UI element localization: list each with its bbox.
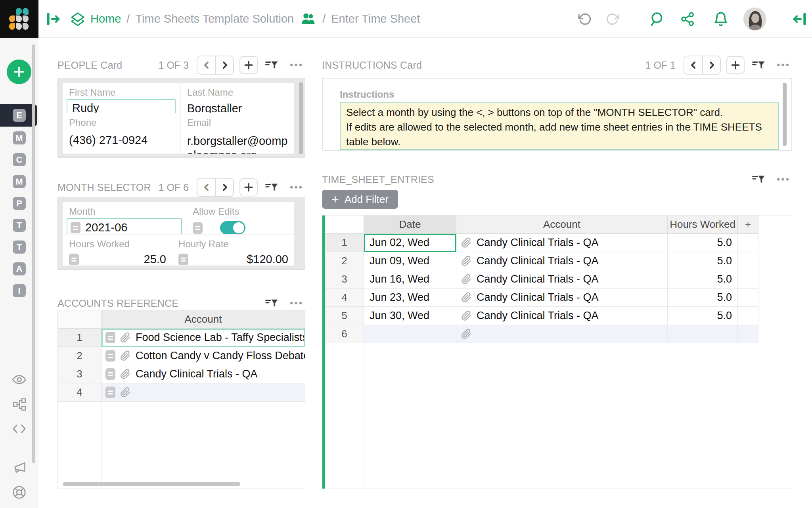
open-panel-icon[interactable] (44, 10, 63, 28)
row-number[interactable]: 3 (325, 270, 364, 289)
sidebar-item-a[interactable]: A (13, 262, 26, 275)
instructions-more-menu[interactable]: ••• (775, 56, 792, 74)
accounts-filter-icon[interactable] (263, 294, 280, 312)
time-sheet-entries-table: Date Account Hours Worked + 1 Jun 02, We… (322, 215, 792, 489)
instructions-scrollbar[interactable] (783, 83, 787, 146)
accounts-more-menu[interactable]: ••• (288, 294, 305, 312)
search-icon[interactable] (647, 10, 666, 28)
user-avatar[interactable] (743, 8, 766, 31)
account-column-header[interactable]: Account (456, 216, 668, 234)
notifications-bell-icon[interactable] (712, 10, 730, 28)
month-input[interactable]: 2021-06 (67, 218, 182, 235)
sidebar-scrollbar[interactable] (32, 44, 35, 463)
row-number[interactable]: 1 (325, 234, 364, 252)
sidebar-item-enter-time-sheet[interactable]: E (13, 109, 26, 122)
row-number[interactable]: 5 (325, 307, 364, 325)
account-cell[interactable]: Candy Clinical Trials - QA (456, 289, 668, 307)
honeycode-logo[interactable] (0, 0, 38, 38)
hours-cell[interactable]: 5.0 (668, 252, 738, 270)
row-number[interactable]: 6 (325, 325, 364, 343)
account-cell[interactable]: Candy Clinical Trials - QA (456, 270, 668, 289)
row-number[interactable]: 4 (325, 289, 364, 307)
account-cell[interactable]: Food Science Lab - Taffy Specialists - (102, 329, 305, 347)
month-prev-record-button[interactable] (197, 179, 215, 196)
sidebar-item-i[interactable]: I (13, 284, 26, 297)
account-cell[interactable]: Cotton Candy v Candy Floss Debate T (102, 347, 305, 365)
month-filter-icon[interactable] (263, 179, 280, 196)
hours-cell[interactable]: 5.0 (668, 307, 738, 325)
instructions-prev-record-button[interactable] (684, 56, 702, 74)
date-cell[interactable]: Jun 30, Wed (364, 307, 456, 325)
people-add-record-button[interactable] (239, 56, 258, 74)
hours-cell-empty[interactable] (668, 325, 738, 343)
redo-icon[interactable] (604, 10, 621, 28)
phone-cell[interactable]: Phone (436) 271-0924 (63, 113, 181, 154)
preview-eye-icon[interactable] (12, 372, 27, 387)
add-column-button[interactable]: + (738, 216, 758, 234)
instructions-text-box[interactable]: Select a month by using the <, > buttons… (340, 102, 779, 150)
builder-code-icon[interactable] (12, 421, 27, 436)
accounts-column-header[interactable]: Account (102, 310, 305, 329)
account-cell[interactable]: Candy Clinical Trials - QA (456, 252, 668, 270)
row-number[interactable]: 2 (325, 252, 364, 270)
row-number[interactable]: 4 (58, 383, 102, 402)
account-cell-empty[interactable] (102, 383, 305, 402)
account-cell[interactable]: Candy Clinical Trials - QA (456, 307, 668, 325)
breadcrumb-solution[interactable]: Time Sheets Template Solution (135, 12, 294, 25)
date-cell[interactable]: Jun 16, Wed (364, 270, 456, 289)
row-number[interactable]: 1 (58, 329, 102, 347)
date-column-header[interactable]: Date (364, 216, 456, 234)
accounts-horizontal-scrollbar[interactable] (63, 482, 240, 486)
sidebar-item-t1[interactable]: T (13, 219, 26, 232)
add-filter-button[interactable]: + Add Filter (322, 190, 398, 209)
date-cell[interactable]: Jun 02, Wed (364, 234, 456, 252)
hours-cell[interactable]: 5.0 (668, 289, 738, 307)
sidebar-item-c[interactable]: C (13, 153, 26, 166)
first-name-input[interactable]: Rudy (67, 99, 176, 113)
people-prev-record-button[interactable] (197, 56, 215, 74)
account-cell[interactable]: Candy Clinical Trials - QA (456, 234, 668, 252)
hours-worked-cell[interactable]: Hours Worked 25.0 (63, 235, 172, 266)
help-lifebuoy-icon[interactable] (12, 485, 27, 500)
share-icon[interactable] (678, 10, 697, 28)
announcements-megaphone-icon[interactable] (12, 460, 27, 475)
date-cell[interactable]: Jun 09, Wed (364, 252, 456, 270)
account-cell[interactable]: Candy Clinical Trials - QA (102, 365, 305, 383)
extra-cell (738, 325, 758, 343)
date-cell-empty[interactable] (364, 325, 456, 343)
account-cell-empty[interactable] (456, 325, 668, 343)
collapse-panel-icon[interactable] (790, 10, 808, 28)
row-number[interactable]: 3 (58, 365, 102, 383)
row-number[interactable]: 2 (58, 347, 102, 365)
time-sheet-filter-icon[interactable] (750, 171, 767, 188)
people-card-scrollbar[interactable] (299, 82, 303, 154)
screens-layers-icon[interactable] (69, 10, 86, 28)
allow-edits-toggle[interactable] (220, 221, 245, 235)
people-filter-icon[interactable] (263, 56, 280, 74)
date-cell[interactable]: Jun 23, Wed (364, 289, 456, 307)
last-name-cell[interactable]: Last Name Borgstaller (181, 83, 294, 113)
email-cell[interactable]: Email r.borgstaller@oompaloompas.org (181, 113, 294, 154)
hourly-rate-cell[interactable]: Hourly Rate $120.00 (172, 235, 294, 266)
workbook-people-icon[interactable] (300, 12, 317, 27)
automations-flow-icon[interactable] (12, 397, 27, 412)
sidebar-item-t2[interactable]: T (13, 241, 26, 254)
month-next-record-button[interactable] (215, 179, 233, 196)
breadcrumb-home-link[interactable]: Home (90, 12, 121, 25)
hours-column-header[interactable]: Hours Worked (668, 216, 738, 234)
sidebar-item-m1[interactable]: M (13, 131, 26, 144)
instructions-filter-icon[interactable] (750, 56, 767, 74)
undo-icon[interactable] (576, 10, 594, 28)
add-object-button[interactable] (7, 60, 31, 84)
month-more-menu[interactable]: ••• (288, 179, 305, 196)
people-next-record-button[interactable] (215, 56, 233, 74)
hours-cell[interactable]: 5.0 (668, 234, 738, 252)
hours-cell[interactable]: 5.0 (668, 270, 738, 289)
instructions-add-record-button[interactable] (726, 56, 745, 74)
month-add-record-button[interactable] (239, 178, 258, 196)
instructions-next-record-button[interactable] (702, 56, 720, 74)
time-sheet-more-menu[interactable]: ••• (775, 171, 792, 188)
people-more-menu[interactable]: ••• (288, 56, 305, 74)
sidebar-item-m2[interactable]: M (13, 175, 26, 188)
sidebar-item-p[interactable]: P (13, 197, 26, 210)
